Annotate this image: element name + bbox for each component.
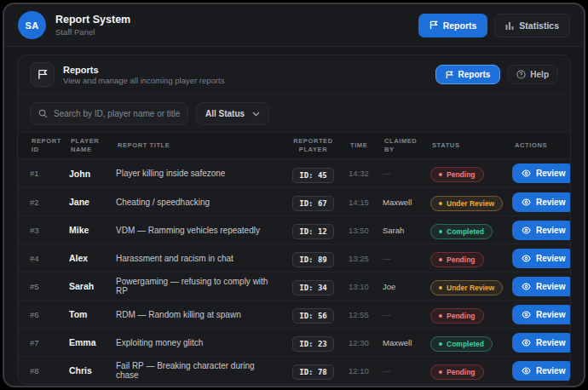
status-cell: Under Review [430,193,512,211]
review-button[interactable]: Review [512,163,571,183]
table-row: #5 Sarah Powergaming — refusing to compl… [18,272,570,300]
reported-player-id-badge: ID: 56 [292,308,334,324]
table-row: #3 Mike VDM — Ramming vehicles repeatedl… [18,215,570,244]
nav-reports-button[interactable]: Reports [418,14,488,37]
report-id: #5 [30,282,69,291]
actions-cell: Review [512,163,571,183]
player-name: Alex [69,253,116,263]
table-row: #8 Chris Fail RP — Breaking character du… [18,356,570,384]
table-row: #4 Alex Harassment and racism in chat ID… [18,244,570,272]
status-label: Under Review [447,284,494,292]
panel-reports-label: Reports [458,70,491,79]
review-button[interactable]: Review [512,221,571,240]
eye-icon [522,339,531,347]
review-label: Review [536,226,565,235]
review-button[interactable]: Review [512,361,571,381]
review-label: Review [536,366,565,376]
status-badge: Completed [430,224,493,239]
panel-reports-button[interactable]: Reports [435,65,501,84]
report-id: #3 [30,226,69,235]
review-label: Review [536,310,565,319]
report-id: #4 [30,254,69,263]
report-title: Powergaming — refusing to comply with RP [116,277,278,295]
nav-statistics-button[interactable]: Statistics [494,14,570,37]
panel-subtitle: View and manage all incoming player repo… [63,76,224,85]
claimed-by: Sarah [383,226,430,235]
report-id: #6 [30,310,69,319]
report-id: #1 [30,169,69,178]
player-name: John [69,169,116,179]
eye-icon [522,367,531,375]
question-circle-icon [516,70,526,79]
search-input[interactable] [54,109,180,118]
col-report-id: Report ID [30,133,69,158]
eye-icon [522,169,531,177]
review-button[interactable]: Review [512,333,571,353]
claimed-by: Joe [383,282,430,291]
status-badge: Pending [430,252,484,267]
eye-icon [522,227,531,234]
eye-icon [522,198,531,206]
reported-player-id-badge: ID: 78 [292,364,334,380]
col-claimed-by: Claimed By [383,133,430,158]
report-title: Cheating / speedhacking [116,198,278,207]
col-reported-player: Reported Player [278,133,349,158]
review-button[interactable]: Review [512,249,571,268]
review-button[interactable]: Review [512,305,571,324]
app-subtitle: Staff Panel [55,27,130,37]
actions-cell: Review [512,221,571,240]
actions-cell: Review [512,305,571,324]
app-title: Report System [55,14,130,27]
col-status: Status [430,137,512,154]
review-button[interactable]: Review [512,192,571,212]
status-badge: Under Review [430,196,503,211]
report-title: VDM — Ramming vehicles repeatedly [116,226,278,235]
report-time: 13:25 [349,254,383,263]
claimed-by: — [383,366,430,376]
status-cell: Pending [430,306,512,324]
table-row: #6 Tom RDM — Random killing at spawn ID:… [18,300,570,328]
reported-player-cell: ID: 56 [292,307,334,322]
report-id: #8 [30,366,69,376]
table-row: #7 Emma Exploiting money glitch ID: 23 1… [18,328,570,356]
review-label: Review [536,169,565,178]
player-name: Mike [69,225,116,235]
report-title: Player killing inside safezone [116,169,278,178]
flag-icon [446,71,453,79]
card-header-actions: Reports Help [435,65,558,84]
status-label: Pending [447,368,476,376]
top-nav: Reports Statistics [418,14,570,37]
review-label: Review [536,198,565,207]
status-dot-icon [439,370,442,374]
status-filter-select[interactable]: All Status [196,102,269,125]
status-dot-icon [439,286,442,290]
app-window: SA Report System Staff Panel Reports Sta… [3,3,585,387]
status-cell: Under Review [430,278,512,295]
reported-player-id-badge: ID: 34 [292,280,334,295]
reported-player-cell: ID: 45 [292,166,334,181]
table-body: #1 John Player killing inside safezone I… [18,159,570,384]
col-actions: Actions [513,137,558,154]
reported-player-id-badge: ID: 12 [292,224,334,239]
status-cell: Pending [430,362,512,380]
status-badge: Pending [430,308,484,324]
search-box [30,102,188,125]
status-label: Under Review [447,199,494,208]
reported-player-cell: ID: 23 [292,335,334,350]
report-title: Harassment and racism in chat [116,254,278,263]
help-button[interactable]: Help [507,65,558,84]
claimed-by: Maxwell [383,338,430,347]
status-cell: Completed [430,334,512,352]
col-time: Time [349,137,383,154]
review-label: Review [536,254,565,263]
status-dot-icon [439,314,442,318]
status-badge: Completed [430,336,493,352]
player-name: Chris [69,365,116,376]
status-dot-icon [439,173,442,176]
claimed-by: Maxwell [383,198,430,207]
status-filter-value: All Status [205,109,245,118]
actions-cell: Review [512,192,571,212]
main-content: Reports View and manage all incoming pla… [4,47,584,387]
review-button[interactable]: Review [512,277,571,296]
eye-icon [522,255,531,262]
